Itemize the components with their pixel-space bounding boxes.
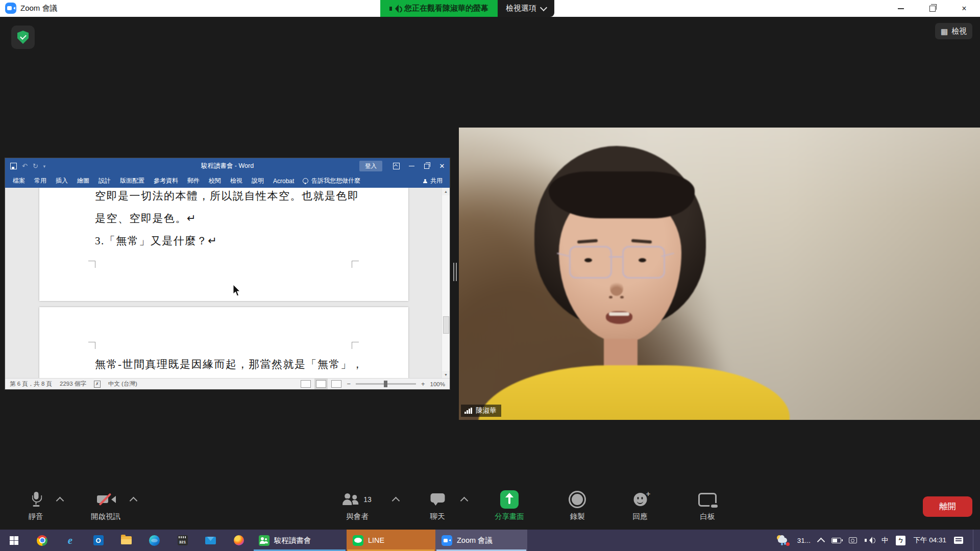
minimize-button[interactable] — [885, 0, 917, 17]
windows-taskbar: e O 321 駿程讀書會 LINE Zoom 會議 31... 中 ㄅ 下午 … — [0, 530, 980, 551]
glasses-bridge — [609, 256, 622, 258]
taskbar-chrome[interactable] — [28, 530, 56, 551]
view-options-button[interactable]: 檢視選項 — [498, 0, 554, 17]
restore-button[interactable] — [917, 0, 948, 17]
ribbon-options-button[interactable] — [388, 158, 404, 174]
taskbar-button-zoom[interactable]: Zoom 會議 — [435, 530, 527, 551]
participants-count: 13 — [363, 495, 372, 504]
scrollbar-thumb[interactable] — [443, 316, 449, 334]
meeting-security-badge[interactable] — [11, 26, 35, 49]
tab-layout[interactable]: 版面配置 — [115, 174, 149, 188]
scroll-down-button[interactable]: ▼ — [442, 371, 450, 379]
reactions-button[interactable]: + 回應 — [633, 491, 648, 521]
taskbar-paint3d[interactable] — [225, 530, 253, 551]
redo-icon[interactable]: ↻ — [33, 162, 38, 170]
tab-draw[interactable]: 繪圖 — [72, 174, 94, 188]
panel-resize-handle[interactable] — [453, 263, 457, 281]
tab-mailings[interactable]: 郵件 — [183, 174, 204, 188]
record-button[interactable]: 錄製 — [569, 491, 586, 521]
print-layout-button[interactable] — [316, 380, 326, 388]
taskbar-edge[interactable] — [140, 530, 168, 551]
taskbar-outlook[interactable]: O — [84, 530, 112, 551]
tab-home[interactable]: 常用 — [30, 174, 51, 188]
undo-icon[interactable]: ↶ — [22, 162, 28, 170]
language-indicator[interactable]: 中文 (台灣) — [108, 380, 137, 388]
tab-insert[interactable]: 插入 — [51, 174, 72, 188]
share-doc-label: 共用 — [430, 177, 443, 185]
taskbar-media-player[interactable]: 321 — [168, 530, 197, 551]
tab-references[interactable]: 參考資料 — [149, 174, 183, 188]
zoom-slider[interactable] — [356, 383, 416, 385]
chat-button[interactable]: 聊天 — [430, 491, 445, 521]
tab-design[interactable]: 設計 — [94, 174, 115, 188]
vertical-scrollbar[interactable]: ▲ ▼ — [442, 188, 450, 379]
share-screen-button[interactable]: 分享畫面 — [495, 491, 524, 521]
view-layout-button[interactable]: ▦ 檢視 — [935, 23, 972, 39]
show-desktop-button[interactable] — [973, 530, 976, 551]
weather-icon[interactable] — [776, 535, 790, 546]
participants-chevron[interactable] — [392, 497, 400, 505]
taskbar-button-reading-group[interactable]: 駿程讀書會 — [253, 530, 347, 551]
zoom-in-button[interactable]: + — [421, 380, 425, 388]
page-indicator[interactable]: 第 6 頁，共 8 頁 — [10, 380, 52, 388]
tell-me-box[interactable]: 告訴我您想做什麼 — [299, 177, 364, 185]
record-label: 錄製 — [570, 512, 585, 521]
leave-button[interactable]: 離開 — [923, 496, 972, 517]
zoom-out-button[interactable]: − — [347, 380, 351, 388]
taskbar-file-explorer[interactable] — [112, 530, 140, 551]
taskbar-button-line[interactable]: LINE — [347, 530, 435, 551]
camera-in-use-icon[interactable] — [849, 537, 857, 543]
chat-chevron[interactable] — [460, 497, 469, 505]
save-icon[interactable] — [10, 163, 17, 169]
close-button[interactable]: × — [948, 0, 980, 17]
tab-help[interactable]: 說明 — [247, 174, 268, 188]
ime-mode-indicator[interactable]: 中 — [881, 536, 889, 545]
scroll-up-button[interactable]: ▲ — [442, 188, 450, 195]
whiteboard-button[interactable]: 白板 — [698, 491, 717, 521]
word-restore-button[interactable] — [419, 158, 434, 174]
start-button[interactable] — [0, 530, 28, 551]
taskbar-mail[interactable] — [197, 530, 225, 551]
clock[interactable]: 下午 04:31 — [913, 536, 946, 545]
tab-view[interactable]: 檢視 — [226, 174, 247, 188]
nose — [610, 281, 623, 296]
reactions-label: 回應 — [633, 512, 648, 521]
word-document-area[interactable]: 空即是一切法的本體，所以説自性本空。也就是色即 是空、空即是色。↵ 3.「無常」… — [5, 188, 450, 379]
word-count[interactable]: 2293 個字 — [60, 380, 86, 388]
word-minimize-button[interactable] — [404, 158, 419, 174]
action-center-icon[interactable] — [954, 537, 963, 544]
tab-file[interactable]: 檔案 — [8, 174, 30, 188]
battery-icon[interactable] — [831, 538, 841, 543]
zoom-app-icon — [5, 3, 16, 14]
tab-acrobat[interactable]: Acrobat — [268, 174, 299, 188]
share-document-button[interactable]: 共用 — [423, 177, 450, 185]
qat-dropdown-icon[interactable]: ▾ — [43, 164, 46, 169]
web-layout-button[interactable] — [331, 380, 341, 388]
read-mode-button[interactable] — [301, 380, 311, 388]
word-close-button[interactable]: ✕ — [434, 158, 450, 174]
chat-icon — [430, 493, 445, 506]
zoom-slider-thumb[interactable] — [384, 381, 387, 387]
mute-options-chevron[interactable] — [56, 497, 64, 505]
participant-video[interactable]: 陳淑華 — [459, 128, 980, 420]
mouth — [606, 311, 632, 324]
proofing-icon[interactable]: ✗ — [94, 381, 101, 388]
doc-line: 3.「無常」又是什麼？↵ — [95, 234, 217, 248]
participants-icon — [343, 493, 360, 507]
weather-temp[interactable]: 31... — [797, 537, 811, 544]
tray-expand-chevron[interactable] — [817, 537, 825, 545]
volume-icon[interactable] — [865, 537, 874, 544]
line-app-icon — [353, 535, 363, 546]
speaker-icon — [389, 5, 400, 13]
sign-in-button[interactable]: 登入 — [359, 161, 382, 171]
video-options-chevron[interactable] — [130, 497, 138, 505]
start-video-button[interactable]: 開啟視訊 — [91, 491, 120, 521]
tab-review[interactable]: 校閱 — [204, 174, 226, 188]
taskbar-internet-explorer[interactable]: e — [56, 530, 84, 551]
mute-button[interactable]: 靜音 — [29, 491, 43, 521]
zoom-level[interactable]: 100% — [430, 381, 445, 387]
ime-keyboard-indicator[interactable]: ㄅ — [896, 536, 905, 545]
participants-button[interactable]: 13 與會者 — [343, 491, 372, 521]
internet-explorer-icon: e — [68, 534, 72, 547]
signal-strength-icon — [464, 408, 472, 414]
